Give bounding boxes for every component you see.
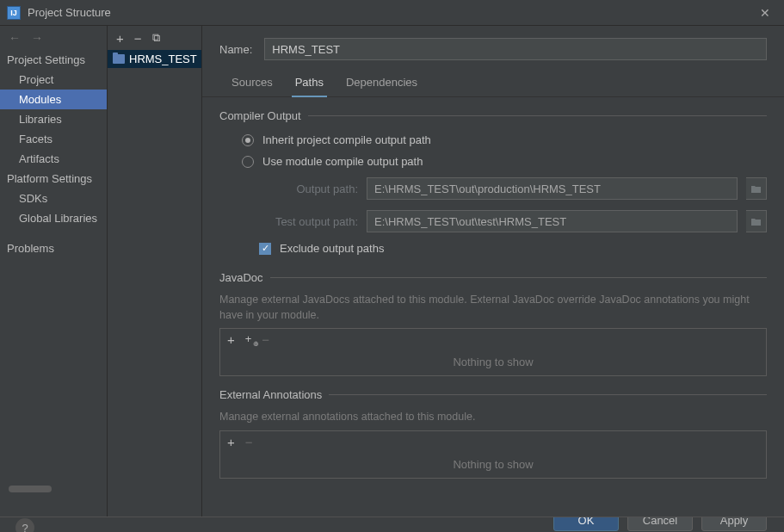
annotations-section: External Annotations Manage external ann… — [202, 376, 784, 479]
compiler-output-title-text: Compiler Output — [219, 109, 301, 122]
back-icon[interactable]: ← — [9, 31, 21, 45]
remove-annotation-icon[interactable]: − — [245, 435, 253, 449]
dialog-body: ← → Project Settings Project Modules Lib… — [0, 26, 784, 517]
browse-output-icon[interactable] — [746, 177, 767, 200]
module-name-row: Name: — [202, 26, 784, 71]
module-editor: Name: Sources Paths Dependencies Compile… — [202, 26, 784, 517]
sidebar-item-project[interactable]: Project — [0, 70, 107, 90]
annotations-title-text: External Annotations — [219, 388, 322, 401]
add-module-icon[interactable]: + — [116, 31, 124, 46]
output-path-label: Output path: — [259, 182, 358, 195]
nav-heading-project-settings: Project Settings — [0, 50, 107, 70]
exclude-output-row[interactable]: Exclude output paths — [219, 238, 767, 259]
remove-module-icon[interactable]: − — [134, 31, 142, 46]
exclude-output-label: Exclude output paths — [280, 242, 384, 255]
test-output-path-field[interactable]: E:\HRMS_TEST\out\test\HRMS_TEST — [367, 210, 738, 232]
add-javadoc-icon[interactable]: + — [227, 332, 235, 347]
module-tabs: Sources Paths Dependencies — [202, 71, 784, 97]
annotations-empty-text: Nothing to show — [220, 453, 766, 478]
radio-icon — [242, 156, 254, 168]
compiler-output-section: Compiler Output Inherit project compile … — [202, 97, 784, 259]
module-item-label: HRMS_TEST — [129, 53, 197, 65]
tab-sources[interactable]: Sources — [228, 71, 276, 96]
sidebar-item-global-libraries[interactable]: Global Libraries — [0, 208, 107, 228]
output-path-field[interactable]: E:\HRMS_TEST\out\production\HRMS_TEST — [367, 177, 738, 200]
javadoc-empty-text: Nothing to show — [220, 350, 766, 375]
app-icon: IJ — [7, 6, 21, 20]
output-path-row: Output path: E:\HRMS_TEST\out\production… — [219, 172, 767, 205]
module-item-hrms-test[interactable]: HRMS_TEST — [108, 50, 201, 68]
nav-heading-platform-settings: Platform Settings — [0, 169, 107, 189]
tab-dependencies[interactable]: Dependencies — [343, 71, 421, 96]
tab-paths[interactable]: Paths — [292, 71, 327, 97]
annotations-list: + − Nothing to show — [219, 430, 767, 479]
module-list-panel: + − ⧉ HRMS_TEST — [108, 26, 202, 517]
annotations-description: Manage external annotations attached to … — [219, 408, 767, 430]
compiler-output-title: Compiler Output — [219, 109, 767, 122]
radio-inherit-label: Inherit project compile output path — [262, 133, 431, 146]
annotations-title: External Annotations — [219, 388, 767, 401]
sidebar-item-sdks[interactable]: SDKs — [0, 189, 107, 208]
name-label: Name: — [219, 43, 252, 56]
radio-module-label: Use module compile output path — [262, 155, 423, 168]
close-icon[interactable]: ✕ — [753, 3, 777, 23]
help-icon[interactable]: ? — [15, 518, 34, 532]
sidebar-item-facets[interactable]: Facets — [0, 129, 107, 149]
title-bar: IJ Project Structure ✕ — [0, 0, 784, 26]
sidebar-item-problems[interactable]: Problems — [0, 238, 107, 258]
nav-history: ← → — [0, 26, 107, 50]
sidebar-scrollbar[interactable] — [9, 486, 52, 492]
javadoc-title: JavaDoc — [219, 271, 767, 284]
test-output-path-label: Test output path: — [259, 215, 358, 228]
apply-button[interactable]: Apply — [701, 517, 767, 531]
dialog-button-bar: ? OK Cancel Apply — [0, 517, 784, 532]
radio-inherit-output[interactable]: Inherit project compile output path — [219, 129, 767, 151]
radio-use-module-output[interactable]: Use module compile output path — [219, 151, 767, 172]
checkbox-icon — [259, 243, 271, 255]
javadoc-section: JavaDoc Manage external JavaDocs attache… — [202, 259, 784, 376]
javadoc-title-text: JavaDoc — [219, 271, 263, 284]
browse-test-output-icon[interactable] — [746, 210, 767, 232]
remove-javadoc-icon[interactable]: − — [262, 332, 269, 347]
javadoc-list: + +⊕ − Nothing to show — [219, 328, 767, 376]
ok-button[interactable]: OK — [553, 517, 619, 531]
settings-sidebar: ← → Project Settings Project Modules Lib… — [0, 26, 108, 517]
project-structure-window: IJ Project Structure ✕ ← → Project Setti… — [0, 0, 784, 532]
forward-icon[interactable]: → — [31, 31, 43, 45]
module-name-input[interactable] — [264, 38, 767, 60]
radio-icon — [242, 134, 254, 146]
sidebar-item-libraries[interactable]: Libraries — [0, 109, 107, 129]
test-output-path-row: Test output path: E:\HRMS_TEST\out\test\… — [219, 205, 767, 238]
module-toolbar: + − ⧉ — [108, 26, 201, 50]
sidebar-item-artifacts[interactable]: Artifacts — [0, 149, 107, 169]
copy-module-icon[interactable]: ⧉ — [152, 31, 160, 45]
add-javadoc-url-icon[interactable]: +⊕ — [245, 332, 252, 347]
sidebar-item-modules[interactable]: Modules — [0, 90, 107, 109]
javadoc-description: Manage external JavaDocs attached to thi… — [219, 291, 767, 328]
window-title: Project Structure — [28, 6, 111, 19]
cancel-button[interactable]: Cancel — [627, 517, 693, 531]
module-folder-icon — [113, 54, 125, 64]
add-annotation-icon[interactable]: + — [227, 435, 235, 449]
